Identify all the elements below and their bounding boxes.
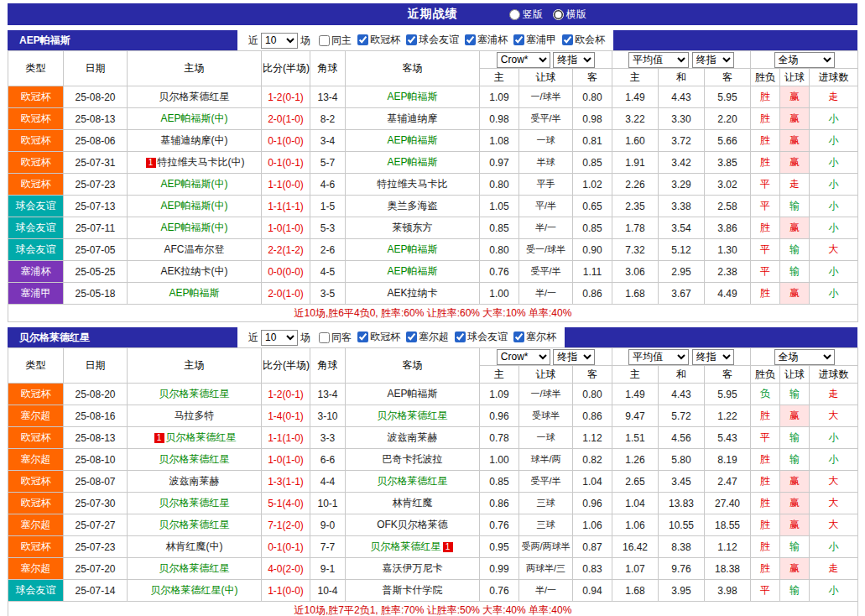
match-score[interactable]: 7-1(2-0) xyxy=(262,514,310,536)
away-team[interactable]: AEP帕福斯 xyxy=(387,265,437,277)
home-team[interactable]: 特拉维夫马卡比(中) xyxy=(158,156,245,168)
away-team[interactable]: AEP帕福斯 xyxy=(387,156,437,168)
league-filter-checkbox[interactable] xyxy=(465,34,476,45)
avg-home: 1.49 xyxy=(612,86,659,108)
home-team[interactable]: AEP帕福斯(中) xyxy=(160,222,227,233)
home-team[interactable]: 贝尔格莱德红星 xyxy=(159,388,230,399)
league-filter-checkbox[interactable] xyxy=(562,34,573,45)
league-filter[interactable]: 球会友谊 xyxy=(406,33,459,47)
home-team[interactable]: 基辅迪纳摩(中) xyxy=(161,134,228,146)
layout-option-horizontal[interactable]: 横版 xyxy=(553,8,586,22)
league-filter[interactable]: 塞尔超 xyxy=(406,330,449,344)
home-team[interactable]: 贝尔格莱德红星 xyxy=(159,519,230,530)
match-score[interactable]: 1-0(1-0) xyxy=(262,449,310,471)
away-team[interactable]: AEK拉纳卡 xyxy=(387,287,437,299)
home-team[interactable]: 林肯红魔(中) xyxy=(166,540,223,552)
same-venue-filter[interactable]: 同主 xyxy=(319,34,352,48)
odds-provider-final-select[interactable]: 终指 xyxy=(553,52,595,68)
odds-provider-final-select[interactable]: 终指 xyxy=(553,349,595,365)
home-team[interactable]: 贝尔格莱德红星 xyxy=(159,562,230,574)
match-score[interactable]: 0-1(0-0) xyxy=(262,130,310,152)
fulltime-select[interactable]: 全场 xyxy=(774,52,835,68)
league-filter[interactable]: 球会友谊 xyxy=(455,330,508,344)
home-team[interactable]: 贝尔格莱德红星 xyxy=(166,431,237,443)
away-team[interactable]: AEP帕福斯 xyxy=(387,388,437,399)
league-filter-checkbox[interactable] xyxy=(455,331,466,342)
away-team[interactable]: 贝尔格莱德红星 xyxy=(378,410,448,421)
home-team[interactable]: 马拉多特 xyxy=(175,410,215,421)
match-score[interactable]: 2-2(1-2) xyxy=(262,239,310,261)
result-outcome: 胜 xyxy=(751,108,780,130)
match-score[interactable]: 0-1(0-1) xyxy=(262,536,310,558)
home-team[interactable]: 贝尔格莱德红星 xyxy=(159,497,230,509)
match-score[interactable]: 1-3(1-1) xyxy=(262,471,310,493)
odds-provider-select[interactable]: Crow* xyxy=(497,52,550,68)
home-team[interactable]: AEP帕福斯 xyxy=(169,287,219,299)
same-venue-filter[interactable]: 同客 xyxy=(319,331,352,345)
match-count-select[interactable]: 10 xyxy=(261,330,298,346)
home-team[interactable]: AEP帕福斯(中) xyxy=(160,112,227,124)
match-score[interactable]: 0-0(0-0) xyxy=(262,261,310,283)
home-team[interactable]: 贝尔格莱德红星(中) xyxy=(151,584,238,596)
league-filter-checkbox[interactable] xyxy=(406,331,417,342)
league-filter[interactable]: 欧冠杯 xyxy=(357,330,400,344)
home-team[interactable]: AFC温布尔登 xyxy=(164,243,225,255)
league-filter[interactable]: 塞浦甲 xyxy=(513,33,556,47)
same-venue-checkbox[interactable] xyxy=(319,332,330,343)
away-team[interactable]: OFK贝尔格莱德 xyxy=(377,519,448,530)
home-team[interactable]: AEP帕福斯(中) xyxy=(160,200,227,211)
match-score[interactable]: 1-2(0-1) xyxy=(262,86,310,108)
vertical-layout-radio[interactable] xyxy=(509,9,520,20)
away-team[interactable]: 莱顿东方 xyxy=(393,222,433,233)
match-score[interactable]: 1-1(0-0) xyxy=(262,174,310,196)
league-filter-checkbox[interactable] xyxy=(406,34,417,45)
same-venue-checkbox[interactable] xyxy=(319,35,330,46)
league-filter[interactable]: 欧冠杯 xyxy=(357,33,400,47)
avg-final-select[interactable]: 终指 xyxy=(692,349,734,365)
match-score[interactable]: 1-0(1-0) xyxy=(262,217,310,239)
away-team[interactable]: 波兹南莱赫 xyxy=(388,431,438,443)
home-team[interactable]: 波兹南莱赫 xyxy=(169,475,220,487)
league-filter-checkbox[interactable] xyxy=(513,34,524,45)
layout-option-vertical[interactable]: 竖版 xyxy=(509,8,543,22)
match-score[interactable]: 1-1(1-1) xyxy=(262,196,310,217)
avg-odds-select[interactable]: 平均值 xyxy=(628,52,689,68)
away-team[interactable]: 巴奇卡托波拉 xyxy=(383,453,443,465)
home-team[interactable]: 贝尔格莱德红星 xyxy=(159,91,230,102)
match-score[interactable]: 1-1(0-0) xyxy=(262,580,310,602)
away-team[interactable]: 特拉维夫马卡比 xyxy=(378,178,448,190)
away-team[interactable]: AEP帕福斯 xyxy=(387,243,437,255)
match-score[interactable]: 0-1(0-1) xyxy=(262,152,310,174)
match-score[interactable]: 1-4(0-1) xyxy=(262,405,310,427)
home-team[interactable]: AEP帕福斯(中) xyxy=(160,178,227,190)
match-score[interactable]: 1-1(1-0) xyxy=(262,427,310,449)
away-team[interactable]: 贝尔格莱德红星 xyxy=(371,540,441,552)
away-team[interactable]: 基辅迪纳摩 xyxy=(388,112,438,124)
match-score[interactable]: 5-1(4-0) xyxy=(262,493,310,514)
match-score[interactable]: 2-0(1-0) xyxy=(262,283,310,305)
league-filter-checkbox[interactable] xyxy=(513,331,524,342)
league-filter[interactable]: 欧会杯 xyxy=(562,33,605,47)
match-count-select[interactable]: 10 xyxy=(261,33,298,49)
avg-odds-select[interactable]: 平均值 xyxy=(628,349,689,365)
away-team[interactable]: 贝尔格莱德红星 xyxy=(378,475,448,487)
away-team[interactable]: 奥兰多海盗 xyxy=(388,200,438,211)
fulltime-select[interactable]: 全场 xyxy=(774,349,835,365)
league-filter-checkbox[interactable] xyxy=(357,34,368,45)
away-team[interactable]: 林肯红魔 xyxy=(393,497,433,509)
home-team[interactable]: 贝尔格莱德红星 xyxy=(159,453,230,465)
horizontal-layout-radio[interactable] xyxy=(553,9,564,20)
away-team[interactable]: AEP帕福斯 xyxy=(387,134,437,146)
match-score[interactable]: 4-0(2-0) xyxy=(262,558,310,580)
league-filter[interactable]: 塞尔杯 xyxy=(513,330,556,344)
odds-provider-select[interactable]: Crow* xyxy=(497,349,550,365)
league-filter-checkbox[interactable] xyxy=(357,331,368,342)
home-team[interactable]: AEK拉纳卡(中) xyxy=(160,265,227,277)
league-filter[interactable]: 塞浦杯 xyxy=(465,33,508,47)
away-team[interactable]: 普斯卡什学院 xyxy=(383,584,443,596)
away-team[interactable]: AEP帕福斯 xyxy=(387,91,437,102)
match-score[interactable]: 2-0(1-0) xyxy=(262,108,310,130)
match-score[interactable]: 1-2(0-1) xyxy=(262,384,310,405)
avg-final-select[interactable]: 终指 xyxy=(692,52,734,68)
away-team[interactable]: 嘉沃伊万尼卡 xyxy=(383,562,443,574)
